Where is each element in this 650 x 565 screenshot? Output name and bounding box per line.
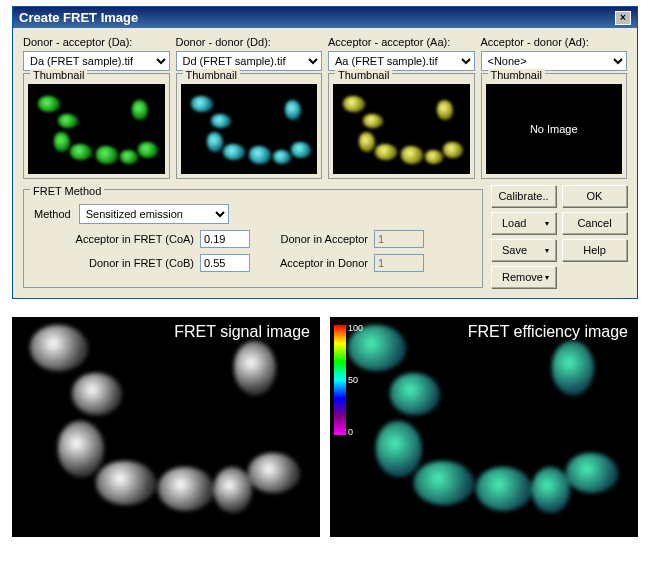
fret-efficiency-image: 100 50 0 FRET efficiency image bbox=[330, 317, 638, 537]
donor-in-acceptor-label: Donor in Acceptor bbox=[268, 233, 368, 245]
result-images-row: FRET signal image 100 50 0 FRET efficien… bbox=[12, 317, 638, 537]
cancel-button[interactable]: Cancel bbox=[562, 212, 627, 234]
fret-signal-image: FRET signal image bbox=[12, 317, 320, 537]
acceptor-in-donor-label: Acceptor in Donor bbox=[268, 257, 368, 269]
method-select[interactable]: Sensitized emission bbox=[79, 204, 229, 224]
calibrate-button[interactable]: Calibrate.. bbox=[491, 185, 556, 207]
channel-ad-label: Acceptor - donor (Ad): bbox=[481, 36, 628, 48]
channel-dd-label: Donor - donor (Dd): bbox=[176, 36, 323, 48]
thumbnail-label: Thumbnail bbox=[30, 69, 87, 81]
channel-row: Donor - acceptor (Da): Da (FRET sample).… bbox=[23, 36, 627, 179]
thumbnail-da bbox=[28, 84, 165, 174]
fret-method-fieldset: FRET Method Method Sensitized emission A… bbox=[23, 189, 483, 288]
colorbar-tick-top: 100 bbox=[348, 323, 363, 333]
fret-method-title: FRET Method bbox=[30, 185, 104, 197]
channel-ad: Acceptor - donor (Ad): <None> Thumbnail … bbox=[481, 36, 628, 179]
channel-dd-thumb-frame: Thumbnail bbox=[176, 73, 323, 179]
dialog-buttons: Calibrate.. OK Load Cancel Save Help Rem… bbox=[491, 185, 627, 288]
save-button[interactable]: Save bbox=[491, 239, 556, 261]
channel-ad-select[interactable]: <None> bbox=[481, 51, 628, 71]
channel-aa-label: Acceptor - acceptor (Aa): bbox=[328, 36, 475, 48]
help-button[interactable]: Help bbox=[562, 239, 627, 261]
close-icon[interactable]: × bbox=[615, 11, 631, 25]
channel-da-label: Donor - acceptor (Da): bbox=[23, 36, 170, 48]
cob-input[interactable] bbox=[200, 254, 250, 272]
thumbnail-dd bbox=[181, 84, 318, 174]
channel-aa: Acceptor - acceptor (Aa): Aa (FRET sampl… bbox=[328, 36, 475, 179]
titlebar: Create FRET Image × bbox=[13, 7, 637, 28]
channel-aa-select[interactable]: Aa (FRET sample).tif bbox=[328, 51, 475, 71]
coa-label: Acceptor in FRET (CoA) bbox=[64, 233, 194, 245]
coa-input[interactable] bbox=[200, 230, 250, 248]
dialog-title: Create FRET Image bbox=[19, 10, 138, 25]
channel-dd: Donor - donor (Dd): Dd (FRET sample).tif… bbox=[176, 36, 323, 179]
thumbnail-ad: No Image bbox=[486, 84, 623, 174]
method-label: Method bbox=[34, 208, 71, 220]
fret-efficiency-title: FRET efficiency image bbox=[468, 323, 628, 341]
ok-button[interactable]: OK bbox=[562, 185, 627, 207]
cob-label: Donor in FRET (CoB) bbox=[64, 257, 194, 269]
no-image-text: No Image bbox=[530, 123, 578, 135]
acceptor-in-donor-input bbox=[374, 254, 424, 272]
channel-aa-thumb-frame: Thumbnail bbox=[328, 73, 475, 179]
load-button[interactable]: Load bbox=[491, 212, 556, 234]
colorbar bbox=[334, 325, 346, 435]
donor-in-acceptor-input bbox=[374, 230, 424, 248]
thumbnail-label: Thumbnail bbox=[183, 69, 240, 81]
colorbar-tick-mid: 50 bbox=[348, 375, 358, 385]
thumbnail-aa bbox=[333, 84, 470, 174]
thumbnail-label: Thumbnail bbox=[335, 69, 392, 81]
channel-da: Donor - acceptor (Da): Da (FRET sample).… bbox=[23, 36, 170, 179]
create-fret-dialog: Create FRET Image × Donor - acceptor (Da… bbox=[12, 6, 638, 299]
channel-da-select[interactable]: Da (FRET sample).tif bbox=[23, 51, 170, 71]
channel-dd-select[interactable]: Dd (FRET sample).tif bbox=[176, 51, 323, 71]
colorbar-tick-bot: 0 bbox=[348, 427, 353, 437]
fret-signal-title: FRET signal image bbox=[174, 323, 310, 341]
remove-button[interactable]: Remove bbox=[491, 266, 556, 288]
channel-da-thumb-frame: Thumbnail bbox=[23, 73, 170, 179]
thumbnail-label: Thumbnail bbox=[488, 69, 545, 81]
channel-ad-thumb-frame: Thumbnail No Image bbox=[481, 73, 628, 179]
